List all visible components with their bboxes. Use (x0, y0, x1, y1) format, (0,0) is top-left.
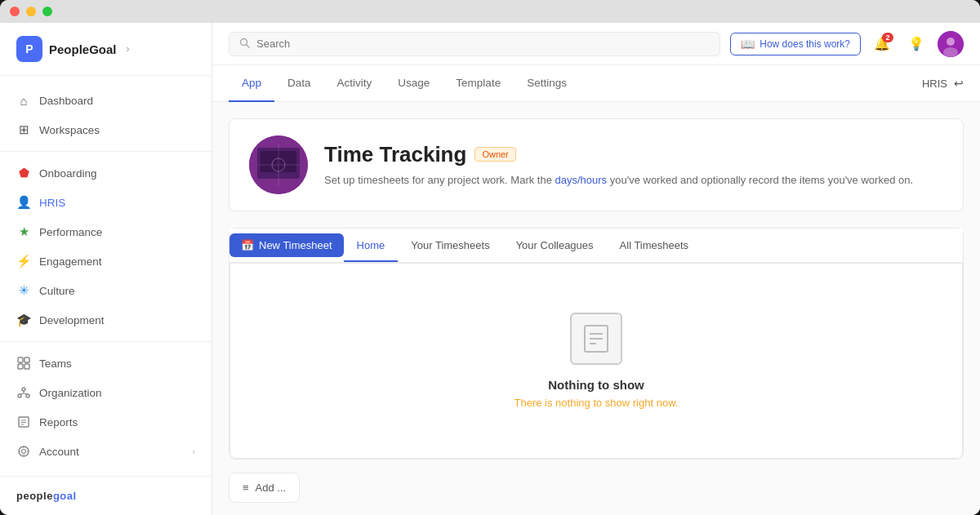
chevron-right-icon: › (127, 43, 130, 55)
tabs-right[interactable]: HRIS ↩ (922, 77, 964, 90)
nav-divider-2 (0, 341, 212, 342)
svg-rect-1 (24, 357, 29, 362)
sidebar-item-label: Workspaces (39, 124, 100, 136)
sidebar-item-label: Engagement (39, 255, 102, 268)
owner-badge: Owner (474, 147, 515, 162)
inner-tab-your-timesheets[interactable]: Your Timesheets (398, 230, 502, 262)
sidebar-item-workspaces[interactable]: ⊞ Workspaces (0, 115, 212, 144)
sidebar-nav: ⌂ Dashboard ⊞ Workspaces ⬟ Onboarding 👤 … (0, 76, 212, 476)
grid-icon: ⊞ (16, 122, 31, 137)
tab-data[interactable]: Data (274, 65, 324, 102)
search-input[interactable] (256, 38, 710, 50)
logo-icon: P (16, 36, 42, 62)
tabs-left: App Data Activity Usage Template Setting… (229, 65, 580, 101)
svg-point-4 (22, 388, 25, 391)
empty-title: Nothing to show (548, 378, 644, 392)
new-timesheet-label: New Timesheet (259, 239, 332, 251)
minimize-button[interactable] (26, 7, 36, 16)
account-icon (16, 444, 31, 459)
star-icon: ★ (16, 224, 31, 239)
svg-point-5 (18, 394, 21, 397)
notification-button[interactable]: 🔔 2 (869, 31, 895, 57)
inner-tab-all-timesheets[interactable]: All Timesheets (607, 230, 702, 262)
sidebar-item-label: Account (39, 446, 79, 458)
culture-icon: ✳ (16, 283, 31, 298)
svg-point-6 (26, 394, 29, 397)
topbar-right: 📖 How does this work? 🔔 2 💡 (730, 31, 964, 57)
app-description: Set up timesheets for any project work. … (324, 172, 943, 189)
app-window: P PeopleGoal › ⌂ Dashboard ⊞ Workspaces … (0, 0, 980, 515)
app-header-info: Time Tracking Owner Set up timesheets fo… (324, 142, 943, 189)
help-label: How does this work? (760, 38, 850, 50)
sidebar-item-label: Reports (39, 416, 78, 428)
sidebar-item-account[interactable]: Account › (0, 437, 212, 466)
sidebar-item-onboarding[interactable]: ⬟ Onboarding (0, 158, 212, 188)
tab-app[interactable]: App (229, 65, 274, 102)
search-box[interactable] (229, 32, 720, 56)
hris-icon: 👤 (16, 195, 31, 210)
sidebar-item-development[interactable]: 🎓 Development (0, 305, 212, 335)
tab-template[interactable]: Template (443, 65, 514, 102)
notification-badge: 2 (882, 33, 893, 42)
user-avatar[interactable] (938, 31, 964, 57)
tab-settings[interactable]: Settings (514, 65, 580, 102)
add-label: Add ... (256, 482, 287, 494)
new-timesheet-button[interactable]: 📅 New Timesheet (229, 233, 344, 257)
help-button[interactable]: 📖 How does this work? (730, 33, 861, 55)
svg-point-23 (947, 38, 955, 46)
sidebar-item-dashboard[interactable]: ⌂ Dashboard (0, 86, 212, 115)
empty-subtitle: There is nothing to show right now. (514, 397, 679, 409)
tab-activity[interactable]: Activity (324, 65, 385, 102)
svg-point-24 (943, 47, 958, 57)
book-icon: 📖 (741, 38, 755, 51)
sidebar-item-organization[interactable]: Organization (0, 378, 212, 407)
development-icon: 🎓 (16, 313, 31, 327)
sidebar-item-label: Teams (39, 357, 72, 370)
topbar: 📖 How does this work? 🔔 2 💡 (212, 23, 980, 65)
sidebar-item-hris[interactable]: 👤 HRIS (0, 188, 212, 217)
inner-tab-home[interactable]: Home (344, 230, 399, 262)
main-content: 📖 How does this work? 🔔 2 💡 (212, 23, 980, 515)
svg-point-15 (22, 450, 26, 454)
sidebar-item-engagement[interactable]: ⚡ Engagement (0, 246, 212, 276)
sidebar-item-performance[interactable]: ★ Performance (0, 217, 212, 246)
lightbulb-button[interactable]: 💡 (903, 31, 929, 57)
hris-label: HRIS (922, 78, 947, 90)
search-icon (239, 38, 250, 51)
logo-text: PeopleGoal (49, 42, 117, 56)
sidebar-item-label: Organization (39, 387, 102, 399)
close-button[interactable] (10, 7, 20, 16)
org-icon (16, 385, 31, 400)
description-part2: you've worked and optionally record the … (607, 174, 913, 186)
sidebar-item-label: Culture (39, 285, 75, 297)
content-card: 📅 New Timesheet Home Your Timesheets You… (229, 228, 964, 460)
maximize-button[interactable] (42, 7, 52, 16)
sidebar-logo[interactable]: P PeopleGoal › (0, 23, 212, 76)
svg-rect-0 (18, 357, 23, 362)
svg-rect-2 (18, 364, 23, 369)
app-title-row: Time Tracking Owner (324, 142, 943, 167)
tab-usage[interactable]: Usage (385, 65, 443, 102)
swap-icon: ↩ (954, 77, 964, 90)
sidebar: P PeopleGoal › ⌂ Dashboard ⊞ Workspaces … (0, 23, 212, 515)
inner-tab-your-colleagues[interactable]: Your Colleagues (503, 230, 607, 262)
onboarding-icon: ⬟ (16, 166, 31, 180)
sidebar-item-label: Dashboard (39, 95, 93, 107)
sidebar-item-teams[interactable]: Teams (0, 349, 212, 378)
svg-rect-3 (24, 364, 29, 369)
sidebar-item-label: Onboarding (39, 167, 97, 180)
sidebar-item-reports[interactable]: Reports (0, 407, 212, 437)
app-logo-inner (249, 135, 308, 194)
sidebar-item-culture[interactable]: ✳ Culture (0, 276, 212, 305)
inner-tabs-row: 📅 New Timesheet Home Your Timesheets You… (229, 229, 963, 263)
add-icon: ≡ (243, 482, 249, 494)
document-icon (570, 313, 622, 365)
svg-line-9 (24, 393, 28, 394)
app-body: P PeopleGoal › ⌂ Dashboard ⊞ Workspaces … (0, 23, 980, 515)
app-title: Time Tracking (324, 142, 466, 167)
app-header-card: Time Tracking Owner Set up timesheets fo… (229, 118, 964, 211)
description-highlight: days/hours (555, 174, 608, 186)
sidebar-footer: peoplegoal (0, 476, 212, 515)
add-button[interactable]: ≡ Add ... (229, 473, 300, 503)
titlebar (0, 0, 980, 23)
